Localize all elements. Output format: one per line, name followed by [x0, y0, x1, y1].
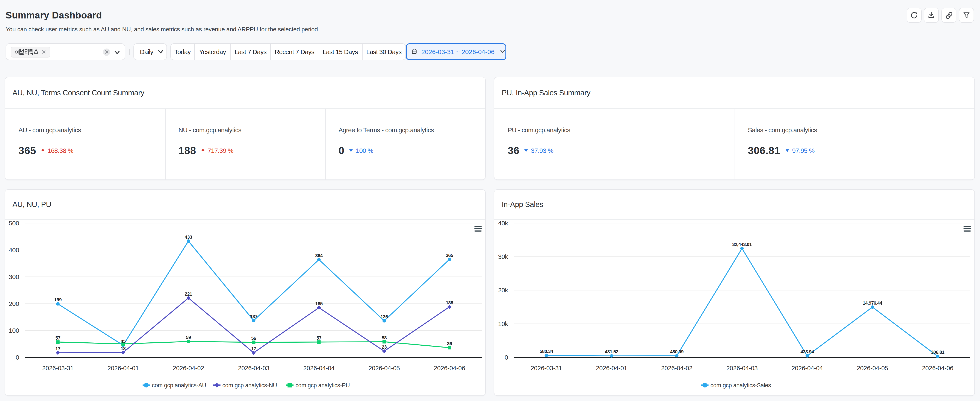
- svg-text:58: 58: [382, 335, 387, 340]
- svg-text:2026-04-06: 2026-04-06: [922, 365, 953, 372]
- svg-text:10k: 10k: [498, 320, 508, 328]
- svg-text:433.94: 433.94: [801, 349, 814, 355]
- svg-text:2026-04-04: 2026-04-04: [303, 365, 334, 372]
- svg-text:0: 0: [504, 354, 508, 361]
- svg-text:0: 0: [16, 354, 19, 361]
- svg-text:45: 45: [121, 339, 126, 344]
- svg-text:200: 200: [9, 300, 19, 307]
- svg-text:500: 500: [9, 220, 19, 227]
- svg-text:17: 17: [251, 346, 256, 351]
- svg-text:30k: 30k: [498, 253, 508, 260]
- svg-text:57: 57: [317, 335, 321, 341]
- svg-text:199: 199: [54, 297, 62, 302]
- svg-text:221: 221: [185, 291, 192, 297]
- svg-text:300: 300: [9, 273, 19, 280]
- svg-text:com.gcp.analytics-PU: com.gcp.analytics-PU: [296, 382, 350, 388]
- svg-text:136: 136: [380, 314, 388, 320]
- svg-text:431.52: 431.52: [605, 349, 619, 355]
- svg-text:185: 185: [315, 301, 323, 306]
- svg-text:com.gcp.analytics-Sales: com.gcp.analytics-Sales: [711, 382, 771, 388]
- svg-text:57: 57: [55, 335, 60, 341]
- svg-text:2026-04-02: 2026-04-02: [173, 365, 204, 372]
- svg-text:56: 56: [251, 335, 256, 341]
- svg-text:2026-04-06: 2026-04-06: [434, 365, 465, 372]
- svg-text:2026-04-04: 2026-04-04: [792, 365, 823, 372]
- svg-text:32,443.01: 32,443.01: [732, 242, 752, 247]
- svg-text:306.81: 306.81: [931, 350, 945, 355]
- svg-text:2026-04-01: 2026-04-01: [596, 365, 627, 372]
- svg-text:2026-03-31: 2026-03-31: [531, 365, 562, 372]
- svg-text:36: 36: [447, 341, 452, 346]
- svg-text:2026-03-31: 2026-03-31: [42, 365, 73, 372]
- svg-text:2026-04-01: 2026-04-01: [108, 365, 139, 372]
- svg-text:400: 400: [9, 246, 19, 254]
- svg-text:100: 100: [9, 327, 19, 334]
- svg-text:2026-04-05: 2026-04-05: [369, 365, 400, 372]
- svg-text:18: 18: [121, 346, 126, 351]
- svg-text:com.gcp.analytics-NU: com.gcp.analytics-NU: [223, 382, 277, 388]
- svg-text:188: 188: [446, 300, 453, 305]
- svg-text:14,976.44: 14,976.44: [863, 300, 882, 306]
- svg-text:40k: 40k: [498, 220, 508, 227]
- svg-text:com.gcp.analytics-AU: com.gcp.analytics-AU: [152, 382, 206, 388]
- svg-text:480.09: 480.09: [670, 349, 684, 355]
- svg-text:580.34: 580.34: [540, 348, 553, 354]
- svg-text:17: 17: [55, 346, 60, 351]
- svg-text:364: 364: [315, 253, 323, 258]
- svg-text:2026-04-03: 2026-04-03: [726, 365, 758, 372]
- svg-text:23: 23: [382, 344, 387, 350]
- svg-text:2026-04-02: 2026-04-02: [661, 365, 692, 372]
- svg-text:2026-04-03: 2026-04-03: [238, 365, 269, 372]
- svg-text:2026-04-05: 2026-04-05: [857, 365, 888, 372]
- svg-text:433: 433: [185, 235, 192, 240]
- svg-text:365: 365: [446, 252, 453, 258]
- svg-text:59: 59: [186, 335, 191, 340]
- svg-text:137: 137: [250, 314, 258, 319]
- svg-text:20k: 20k: [498, 287, 508, 294]
